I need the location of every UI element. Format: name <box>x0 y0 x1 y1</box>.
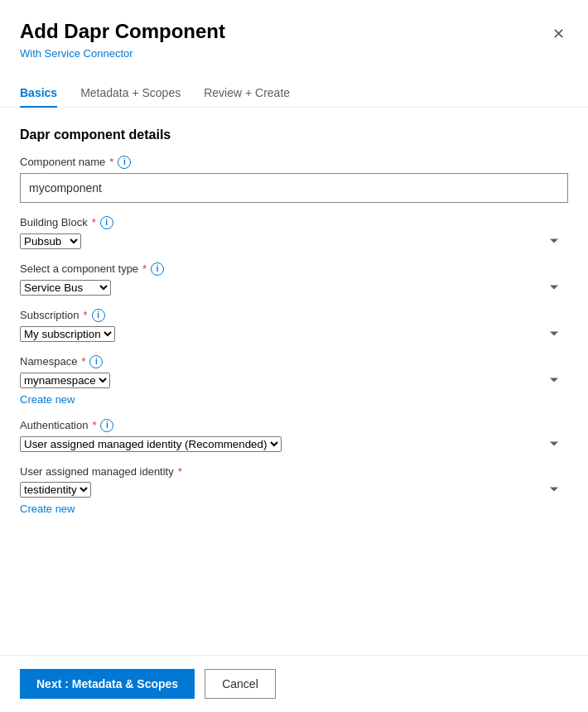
building-block-select[interactable]: Pubsub State Bindings Secrets <box>20 233 81 249</box>
subscription-select[interactable]: My subscription <box>20 326 115 342</box>
authentication-info-icon[interactable]: i <box>100 419 113 432</box>
required-star-type: * <box>142 262 147 275</box>
section-title: Dapr component details <box>20 127 568 142</box>
authentication-select-wrapper: User assigned managed identity (Recommen… <box>20 436 568 452</box>
user-identity-field: User assigned managed identity * testide… <box>20 465 568 515</box>
tab-basics[interactable]: Basics <box>20 79 57 108</box>
subscription-field: Subscription * i My subscription <box>20 309 568 342</box>
namespace-label: Namespace * i <box>20 355 568 368</box>
required-star-name: * <box>109 156 113 168</box>
component-name-label: Component name * i <box>20 156 568 169</box>
required-star-sub: * <box>84 309 88 321</box>
authentication-field: Authentication * i User assigned managed… <box>20 419 568 452</box>
subscription-select-wrapper: My subscription <box>20 326 568 342</box>
required-star-block: * <box>92 216 96 229</box>
add-dapr-component-dialog: Add Dapr Component With Service Connecto… <box>0 0 588 712</box>
user-identity-select[interactable]: testidentity <box>20 482 91 498</box>
header-text: Add Dapr Component With Service Connecto… <box>20 20 225 60</box>
component-type-info-icon[interactable]: i <box>151 262 164 276</box>
component-type-label: Select a component type * i <box>20 262 568 276</box>
building-block-info-icon[interactable]: i <box>100 216 113 229</box>
tab-bar: Basics Metadata + Scopes Review + Create <box>0 66 588 108</box>
user-identity-label: User assigned managed identity * <box>20 465 568 478</box>
namespace-create-new-link[interactable]: Create new <box>20 393 75 406</box>
building-block-select-wrapper: Pubsub State Bindings Secrets <box>20 233 568 249</box>
namespace-info-icon[interactable]: i <box>89 355 103 368</box>
required-star-auth: * <box>92 419 96 431</box>
dialog-footer: Next : Metadata & Scopes Cancel <box>0 655 588 712</box>
tab-metadata-scopes[interactable]: Metadata + Scopes <box>80 79 181 108</box>
user-identity-select-wrapper: testidentity <box>20 482 568 498</box>
component-type-select[interactable]: Service Bus Event Hubs RabbitMQ Redis St… <box>20 280 111 296</box>
dialog-subtitle: With Service Connector <box>20 47 225 60</box>
close-button[interactable]: ✕ <box>549 23 568 45</box>
namespace-select-wrapper: mynamespace <box>20 373 568 388</box>
building-block-label: Building Block * i <box>20 216 568 229</box>
component-name-info-icon[interactable]: i <box>118 156 131 169</box>
subscription-info-icon[interactable]: i <box>92 309 105 322</box>
dialog-header: Add Dapr Component With Service Connecto… <box>0 0 588 60</box>
authentication-select[interactable]: User assigned managed identity (Recommen… <box>20 436 282 452</box>
form-body: Dapr component details Component name * … <box>0 108 588 655</box>
authentication-label: Authentication * i <box>20 419 568 432</box>
component-type-select-wrapper: Service Bus Event Hubs RabbitMQ Redis St… <box>20 280 568 296</box>
cancel-button[interactable]: Cancel <box>205 669 276 699</box>
tab-review-create[interactable]: Review + Create <box>204 79 290 108</box>
required-star-ns: * <box>81 355 85 368</box>
next-button[interactable]: Next : Metadata & Scopes <box>20 669 195 699</box>
component-name-input[interactable] <box>20 173 568 203</box>
namespace-select[interactable]: mynamespace <box>20 373 110 388</box>
building-block-field: Building Block * i Pubsub State Bindings… <box>20 216 568 249</box>
identity-create-new-link[interactable]: Create new <box>20 503 75 515</box>
component-name-field: Component name * i <box>20 156 568 203</box>
namespace-field: Namespace * i mynamespace Create new <box>20 355 568 406</box>
dialog-title: Add Dapr Component <box>20 20 225 44</box>
required-star-identity: * <box>178 465 182 478</box>
subscription-label: Subscription * i <box>20 309 568 322</box>
component-type-field: Select a component type * i Service Bus … <box>20 262 568 296</box>
